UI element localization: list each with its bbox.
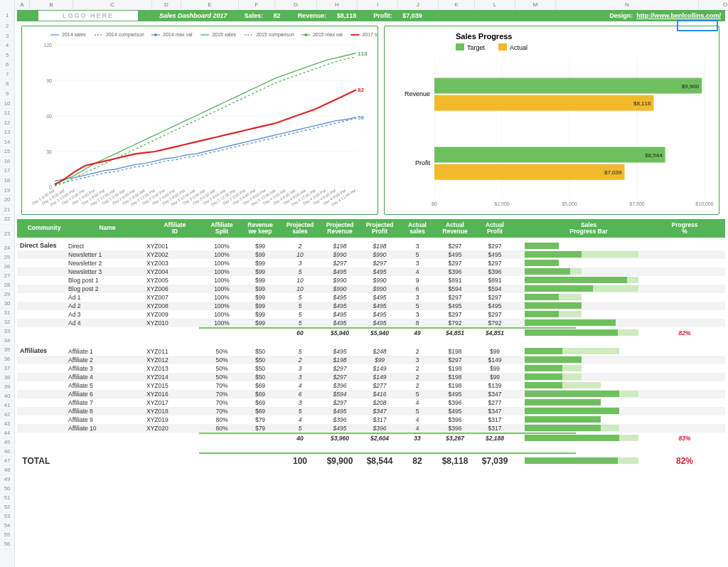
row-header-cell[interactable]: 47 (0, 457, 14, 466)
column-header-cell[interactable]: N (556, 0, 699, 10)
column-header-cell[interactable]: C (73, 0, 152, 10)
row-header-cell[interactable]: 24 (0, 244, 14, 253)
column-header-cell[interactable]: J (398, 0, 439, 10)
dashboard-title: Sales Dashboard 2017 (159, 12, 228, 19)
row-header-cell[interactable]: 39 (0, 383, 14, 392)
row-header-cell[interactable]: 25 (0, 253, 14, 263)
table-row[interactable]: Newsletter 3 XYZ004 100% $99 5 $495 $495… (17, 267, 725, 276)
column-header-cell[interactable]: M (515, 0, 556, 10)
row-header-cell[interactable]: 49 (0, 475, 14, 484)
table-row[interactable]: Affiliate 4 XYZ014 50% $50 3 $297 $149 2… (17, 373, 725, 381)
table-row[interactable]: Ad 3 XYZ009 100% $99 5 $495 $495 3 $297 … (17, 310, 725, 319)
column-header-cell[interactable]: D (152, 0, 181, 10)
row-header-cell[interactable]: 48 (0, 466, 14, 475)
row-header-cell[interactable]: 38 (0, 373, 14, 383)
row-headers: 1234567891011121314151617181920212223242… (0, 10, 15, 567)
row-header-cell[interactable]: 5 (0, 51, 14, 61)
svg-text:2015 max val: 2015 max val (313, 32, 343, 37)
row-header-cell[interactable]: 31 (0, 309, 14, 318)
svg-text:2015 comparison: 2015 comparison (256, 32, 294, 38)
column-header-cell[interactable]: L (475, 0, 515, 10)
row-header-cell[interactable]: 42 (0, 410, 14, 420)
row-header-cell[interactable]: 4 (0, 41, 14, 51)
column-header-cell[interactable]: K (439, 0, 475, 10)
table-row[interactable]: Affiliate 1 XYZ011 50% $50 5 $495 $248 2… (17, 347, 725, 356)
row-header-cell[interactable]: 19 (0, 186, 14, 196)
row-header-cell[interactable]: 43 (0, 420, 14, 429)
row-header-cell[interactable]: 28 (0, 281, 14, 290)
row-header-cell[interactable]: 11 (0, 109, 14, 119)
row-header-cell[interactable]: 27 (0, 272, 14, 281)
row-header-cell[interactable]: 21 (0, 206, 14, 216)
table-row[interactable]: Affiliate 10 XYZ020 80% $79 5 $495 $396 … (17, 424, 725, 433)
design-link[interactable]: http://www.benlcollins.com/ (636, 12, 721, 19)
row-header-cell[interactable]: 36 (0, 355, 14, 364)
row-header-cell[interactable]: 15 (0, 147, 14, 157)
row-header-cell[interactable]: 18 (0, 176, 14, 186)
row-header-cell[interactable]: 22 (0, 215, 14, 225)
column-header-cell[interactable]: I (358, 0, 398, 10)
row-header-cell[interactable]: 32 (0, 318, 14, 327)
row-header-cell[interactable]: 50 (0, 484, 14, 494)
row-header-cell[interactable]: 2 (0, 22, 14, 32)
logo-placeholder: LOGO HERE (38, 11, 138, 21)
table-row[interactable]: Affiliate 3 XYZ013 50% $50 3 $297 $149 2… (17, 364, 725, 373)
table-row[interactable]: Newsletter 2 XYZ003 100% $99 3 $297 $297… (17, 259, 725, 267)
row-header-cell[interactable]: 17 (0, 166, 14, 176)
table-row[interactable]: Affiliate 2 XYZ012 50% $50 2 $198 $99 3 … (17, 356, 725, 364)
column-header-cell[interactable]: G (275, 0, 317, 10)
row-header-cell[interactable]: 55 (0, 531, 14, 540)
row-header-cell[interactable]: 13 (0, 128, 14, 138)
table-row[interactable]: Direct XYZ001 100% $99 2 $198 $198 3 $29… (17, 242, 725, 250)
row-header-cell[interactable]: 23 (0, 225, 14, 244)
sales-trend-chart[interactable]: 2014 sales2014 comparison2014 max val201… (21, 26, 378, 215)
row-header-cell[interactable]: 34 (0, 337, 14, 346)
row-header-cell[interactable]: 8 (0, 80, 14, 90)
row-header-cell[interactable]: 45 (0, 438, 14, 447)
row-header-cell[interactable]: 30 (0, 300, 14, 309)
row-header-cell[interactable]: 44 (0, 429, 14, 438)
table-row[interactable]: Affiliate 8 XYZ018 70% $69 5 $495 $347 5… (17, 407, 725, 415)
row-header-cell[interactable]: 51 (0, 494, 14, 503)
table-row[interactable]: Affiliate 9 XYZ019 80% $79 4 $396 $317 4… (17, 415, 725, 424)
row-header-cell[interactable]: 40 (0, 392, 14, 401)
row-header-cell[interactable]: 3 (0, 32, 14, 42)
row-header-cell[interactable]: 54 (0, 521, 14, 531)
table-row[interactable]: Ad 2 XYZ008 100% $99 5 $495 $495 5 $495 … (17, 302, 725, 310)
column-headers: ABCDEFGHIJKLMNO (0, 0, 728, 11)
row-header-cell[interactable]: 7 (0, 70, 14, 80)
table-row[interactable]: Blog post 2 XYZ006 100% $99 10 $990 $990… (17, 285, 725, 293)
column-header-cell[interactable]: H (317, 0, 358, 10)
column-header-cell[interactable]: A (15, 0, 30, 10)
row-header-cell[interactable]: 12 (0, 119, 14, 129)
row-header-cell[interactable]: 53 (0, 512, 14, 521)
column-header-cell[interactable]: B (30, 0, 73, 10)
row-header-cell[interactable]: 29 (0, 290, 14, 300)
table-row[interactable]: Ad 1 XYZ007 100% $99 5 $495 $495 3 $297 … (17, 293, 725, 302)
row-header-cell[interactable]: 20 (0, 196, 14, 206)
row-header-cell[interactable]: 9 (0, 90, 14, 100)
table-row[interactable]: Affiliate 5 XYZ015 70% $69 4 $396 $277 2… (17, 381, 725, 390)
row-header-cell[interactable]: 46 (0, 447, 14, 457)
table-row[interactable]: Newsletter 1 XYZ002 100% $99 10 $990 $99… (17, 250, 725, 259)
column-header-cell[interactable]: F (239, 0, 275, 10)
table-row[interactable]: Affiliate 7 XYZ017 70% $69 3 $297 $208 4… (17, 398, 725, 407)
row-header-cell[interactable]: 16 (0, 157, 14, 167)
column-header-cell[interactable]: E (181, 0, 239, 10)
row-header-cell[interactable]: 52 (0, 503, 14, 512)
row-header-cell[interactable]: 33 (0, 327, 14, 337)
row-header-cell[interactable]: 35 (0, 346, 14, 355)
row-header-cell[interactable]: 14 (0, 138, 14, 148)
column-header-cell[interactable]: O (699, 0, 728, 10)
table-row[interactable]: Blog post 1 XYZ005 100% $99 10 $990 $990… (17, 276, 725, 285)
table-row[interactable]: Affiliate 6 XYZ016 70% $69 6 $594 $416 5… (17, 390, 725, 398)
row-header-cell[interactable]: 6 (0, 60, 14, 70)
row-header-cell[interactable]: 56 (0, 540, 14, 549)
row-header-cell[interactable]: 37 (0, 364, 14, 373)
sales-progress-chart[interactable]: Sales ProgressTargetActual$0$2,500$5,000… (384, 26, 719, 215)
row-header-cell[interactable]: 26 (0, 263, 14, 272)
row-header-cell[interactable]: 10 (0, 100, 14, 110)
table-header-cell: ActualRevenue (435, 222, 475, 235)
row-header-cell[interactable]: 41 (0, 401, 14, 410)
table-row[interactable]: Ad 4 XYZ010 100% $99 5 $495 $495 8 $792 … (17, 319, 725, 327)
